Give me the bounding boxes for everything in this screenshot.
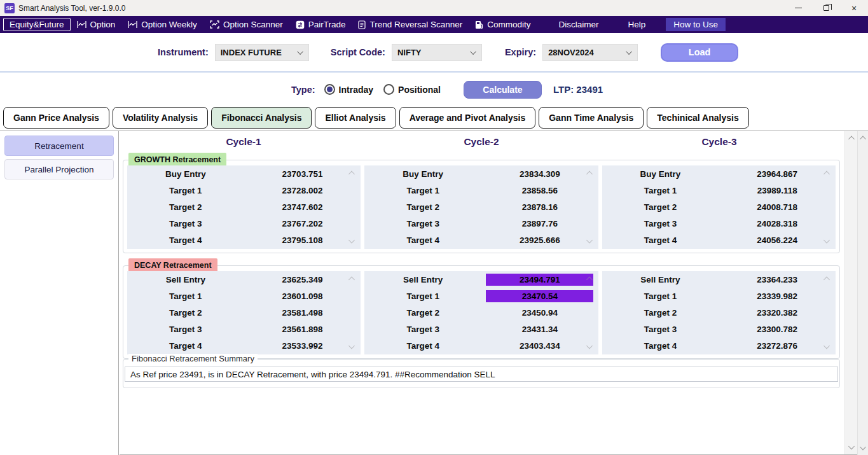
sidebar-item-retracement[interactable]: Retracement	[4, 136, 114, 156]
table-row: Target 123339.982	[602, 288, 836, 305]
scroll-down-icon[interactable]	[848, 444, 855, 450]
pair-trade-icon	[296, 20, 305, 29]
row-label: Sell Entry	[602, 275, 719, 284]
row-value: 23795.108	[244, 235, 361, 245]
close-icon: ×	[851, 3, 857, 13]
chevron-down-icon	[626, 48, 632, 55]
tab-gann-time-analysis[interactable]: Gann Time Analysis	[539, 107, 644, 129]
radio-option-positional[interactable]: Positional	[383, 84, 441, 95]
row-label: Target 3	[127, 325, 244, 334]
fib-table-cycle-2: Sell Entry23494.791Target 123470.54Targe…	[364, 271, 598, 354]
menu-item-equity-future[interactable]: Equity&Future	[3, 18, 71, 31]
table-row: Target 423272.876	[602, 337, 836, 354]
option-chart-icon	[77, 20, 86, 29]
script-code-value: NIFTY	[397, 48, 422, 57]
table-row: Target 223747.602	[127, 199, 361, 216]
menu-item-label: Disclaimer	[559, 20, 599, 29]
chevron-down-icon	[297, 48, 303, 55]
table-row: Target 423925.666	[364, 232, 598, 248]
scroll-up-icon[interactable]	[860, 136, 866, 143]
growth-retracement-label: GROWTH Retracement	[128, 153, 226, 167]
row-label: Target 4	[602, 235, 719, 245]
row-label: Target 2	[364, 308, 481, 318]
radio-label: Positional	[398, 85, 441, 95]
fibonacci-panel: Cycle-1Cycle-2Cycle-3 GROWTH Retracement…	[120, 131, 868, 455]
row-value: 23858.56	[481, 186, 598, 195]
instrument-select[interactable]: INDEX FUTURE	[215, 44, 309, 61]
close-button[interactable]: ×	[840, 0, 868, 16]
scroll-down-icon[interactable]	[860, 444, 866, 451]
fuel-pump-icon	[475, 20, 483, 29]
sidebar-item-parallel-projection[interactable]: Parallel Projection	[4, 159, 114, 179]
menu-item-label: Help	[628, 20, 646, 29]
row-label: Target 4	[364, 341, 481, 351]
menu-item-label: Option Scanner	[223, 20, 283, 29]
row-label: Target 3	[602, 325, 719, 334]
app-window: SF Smart Analysis Tool, ver-1.9.0.0 × Eq…	[0, 0, 868, 455]
row-value: 24056.224	[719, 235, 836, 245]
tab-techinical-analysis[interactable]: Techinical Analysis	[647, 107, 748, 129]
menu-item-option-weekly[interactable]: Option Weekly	[121, 18, 203, 31]
tab-elliot-analysis[interactable]: Elliot Analysis	[315, 107, 396, 129]
fib-table-cycle-1: Buy Entry23703.751Target 123728.002Targe…	[127, 165, 361, 249]
expiry-select[interactable]: 28NOV2024	[542, 44, 638, 61]
menu-item-option[interactable]: Option	[71, 18, 122, 31]
script-code-select[interactable]: NIFTY	[392, 44, 482, 61]
cycle-headers: Cycle-1Cycle-2Cycle-3	[123, 136, 840, 153]
row-value: 23339.982	[719, 291, 836, 301]
row-label: Target 1	[364, 291, 481, 301]
radio-icon	[324, 84, 335, 95]
row-label: Target 1	[364, 186, 481, 195]
tab-average-and-pivot-analysis[interactable]: Average and Pivot Analysis	[399, 107, 536, 129]
menu-item-help[interactable]: Help	[622, 18, 652, 31]
option-chart-icon	[128, 20, 137, 29]
cycle-header-cycle-2: Cycle-2	[364, 136, 598, 153]
row-value: 23601.098	[244, 291, 361, 301]
instrument-toolbar: Instrument: INDEX FUTURE Script Code: NI…	[0, 33, 868, 73]
tab-gann-price-analysis[interactable]: Gann Price Analysis	[3, 107, 109, 129]
window-scrollbar[interactable]	[857, 131, 868, 455]
menu-item-label: Option	[90, 20, 116, 29]
radio-label: Intraday	[339, 85, 373, 95]
row-value: 23897.76	[481, 219, 598, 228]
load-button[interactable]: Load	[661, 43, 738, 62]
tab-fibonacci-analysis[interactable]: Fibonacci Analysis	[211, 107, 312, 129]
table-row: Target 323897.76	[364, 215, 598, 232]
table-row: Target 324028.318	[602, 215, 836, 232]
table-row: Target 323767.202	[127, 215, 361, 232]
row-label: Target 1	[602, 291, 719, 301]
calculate-button[interactable]: Calculate	[464, 81, 542, 99]
table-row: Target 424056.224	[602, 232, 836, 248]
title-bar: SF Smart Analysis Tool, ver-1.9.0.0 ×	[0, 0, 868, 16]
row-value: 23925.666	[481, 235, 598, 245]
tab-volatility-analysis[interactable]: Volatility Analysis	[113, 107, 208, 129]
panel-scrollbar[interactable]	[844, 131, 857, 454]
maximize-button[interactable]	[812, 0, 840, 16]
fib-table-cycle-3: Buy Entry23964.867Target 123989.118Targe…	[602, 165, 836, 249]
window-controls: ×	[784, 0, 868, 16]
window-title: Smart Analysis Tool, ver-1.9.0.0	[18, 4, 126, 13]
menu-item-pairtrade[interactable]: PairTrade	[289, 18, 352, 31]
restore-icon	[823, 5, 829, 11]
row-value: 23878.16	[481, 202, 598, 212]
minimize-button[interactable]	[784, 0, 812, 16]
row-value: 23581.498	[244, 308, 361, 318]
menu-item-commodity[interactable]: Commodity	[469, 18, 537, 31]
table-row: Target 323300.782	[602, 321, 836, 337]
cycle-header-cycle-3: Cycle-3	[602, 136, 836, 153]
menu-item-disclaimer[interactable]: Disclaimer	[553, 18, 605, 31]
scroll-up-icon[interactable]	[848, 136, 855, 143]
radio-option-intraday[interactable]: Intraday	[324, 84, 373, 95]
row-value: 23431.34	[481, 325, 598, 334]
row-label: Target 1	[127, 186, 244, 195]
row-label: Target 2	[602, 308, 719, 318]
row-label: Buy Entry	[127, 169, 244, 179]
row-label: Target 4	[127, 341, 244, 351]
table-row: Target 123858.56	[364, 183, 598, 199]
row-label: Sell Entry	[364, 275, 481, 284]
summary-text: As Ref price 23491, is in DECAY Retracem…	[125, 367, 838, 382]
menu-item-option-scanner[interactable]: Option Scanner	[203, 18, 289, 31]
menu-item-trend-reversal-scanner[interactable]: Trend Reversal Scanner	[352, 18, 469, 31]
menu-item-label: Commodity	[487, 20, 530, 29]
menu-item-how-to-use[interactable]: How to Use	[666, 18, 726, 31]
